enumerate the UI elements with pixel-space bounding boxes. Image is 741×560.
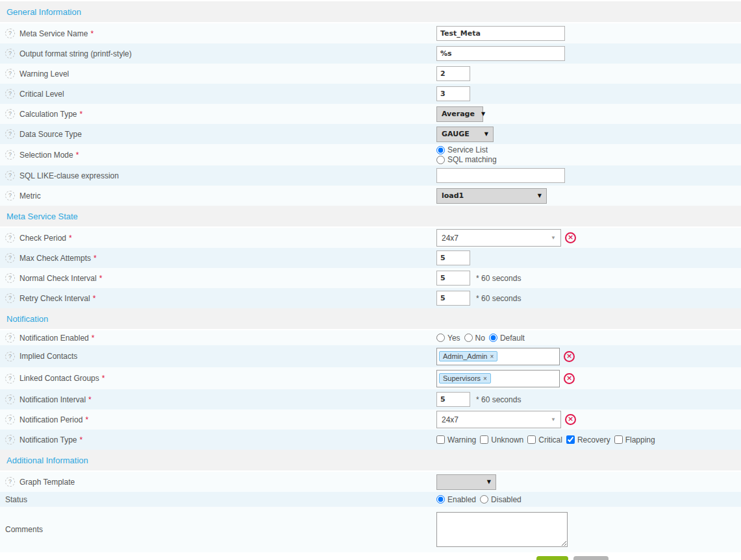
help-icon[interactable]: ? — [5, 352, 15, 361]
required-asterisk: * — [88, 395, 92, 404]
help-icon[interactable]: ? — [5, 395, 15, 404]
tag-remove-icon[interactable]: × — [490, 353, 494, 360]
status-radio-enabled[interactable] — [436, 495, 445, 504]
calculation-type-select[interactable]: Average▼ — [436, 106, 483, 122]
required-asterisk: * — [102, 374, 105, 383]
linked-contact-groups-tags-input[interactable]: Supervisors× — [436, 370, 560, 387]
status-option-enabled[interactable]: Enabled — [436, 495, 476, 504]
clear-selection-icon[interactable]: × — [565, 414, 576, 425]
field-label-cell: ?Meta Service Name* — [0, 29, 436, 38]
clear-selection-icon[interactable]: × — [564, 373, 575, 384]
dropdown-arrow-icon: ▼ — [484, 131, 488, 137]
comments-textarea[interactable] — [436, 512, 568, 547]
notification-type-option-warning[interactable]: Warning — [436, 435, 476, 444]
notification-type-option-recovery[interactable]: Recovery — [566, 435, 610, 444]
status-option-label: Disabled — [491, 495, 521, 504]
option-group-status: EnabledDisabled — [436, 495, 741, 504]
help-icon[interactable]: ? — [5, 253, 15, 263]
help-icon[interactable]: ? — [5, 49, 15, 58]
notification-enabled-radio-default[interactable] — [489, 334, 497, 342]
clear-selection-icon[interactable]: × — [565, 232, 576, 243]
help-icon[interactable]: ? — [5, 477, 15, 487]
help-icon[interactable]: ? — [5, 273, 15, 283]
help-icon[interactable]: ? — [5, 293, 15, 303]
field-control-cell — [436, 26, 741, 41]
required-asterisk: * — [80, 435, 83, 444]
sql-like-clause-expression-input[interactable] — [436, 168, 565, 183]
form-row-calculation-type: ?Calculation Type*Average▼ — [0, 104, 741, 124]
help-icon[interactable]: ? — [5, 233, 15, 243]
help-icon[interactable]: ? — [5, 333, 15, 343]
selection-mode-radio-service-list[interactable] — [436, 146, 445, 154]
clear-selection-icon[interactable]: × — [564, 351, 575, 362]
help-icon[interactable]: ? — [5, 69, 15, 79]
help-icon[interactable]: ? — [5, 129, 15, 139]
notification-enabled-radio-no[interactable] — [464, 334, 473, 342]
notification-period-select[interactable]: 24x7▼ — [436, 411, 561, 428]
implied-contacts-tags-input[interactable]: Admin_Admin× — [436, 348, 560, 365]
save-button[interactable]: Save — [536, 556, 568, 560]
warning-level-input[interactable] — [436, 66, 470, 81]
data-source-type-select[interactable]: GAUGE▼ — [436, 127, 494, 142]
required-asterisk: * — [80, 110, 83, 119]
field-label: Graph Template — [19, 478, 75, 487]
retry-check-interval-input[interactable] — [436, 291, 470, 306]
help-icon[interactable]: ? — [5, 109, 15, 119]
tag: Supervisors× — [439, 373, 491, 383]
help-icon[interactable]: ? — [5, 435, 15, 444]
tag-remove-icon[interactable]: × — [483, 375, 487, 382]
max-check-attempts-input[interactable] — [436, 250, 470, 265]
field-label: Data Source Type — [19, 130, 82, 139]
option-group-selection-mode: Service ListSQL matching — [436, 144, 497, 165]
status-option-disabled[interactable]: Disabled — [480, 495, 521, 504]
notification-type-checkbox-flapping[interactable] — [614, 435, 623, 444]
help-icon[interactable]: ? — [5, 191, 15, 201]
help-icon[interactable]: ? — [5, 29, 15, 38]
critical-level-input[interactable] — [436, 86, 470, 101]
selection-mode-option-service-list[interactable]: Service List — [436, 145, 497, 154]
form-row-implied-contacts: ?Implied ContactsAdmin_Admin×× — [0, 345, 741, 367]
notification-type-checkbox-unknown[interactable] — [480, 435, 488, 444]
notification-type-option-critical[interactable]: Critical — [527, 435, 562, 444]
metric-select-value: load1 — [442, 191, 464, 200]
tag-label: Admin_Admin — [443, 352, 487, 360]
metric-select[interactable]: load1▼ — [436, 188, 547, 204]
field-label-cell: ?Metric — [0, 191, 436, 201]
status-radio-disabled[interactable] — [480, 495, 488, 504]
field-label-cell: Status — [0, 495, 436, 504]
field-label: Meta Service Name — [19, 29, 88, 38]
selection-mode-radio-sql-matching[interactable] — [436, 156, 445, 164]
normal-check-interval-input[interactable] — [436, 271, 470, 286]
field-label-cell: ?Implied Contacts — [0, 352, 436, 361]
notification-type-checkbox-recovery[interactable] — [566, 435, 575, 444]
help-icon[interactable]: ? — [5, 171, 15, 180]
help-icon[interactable]: ? — [5, 374, 15, 383]
field-label-cell: ?Selection Mode* — [0, 150, 436, 160]
notification-type-option-unknown[interactable]: Unknown — [480, 435, 523, 444]
output-format-string-printf-style-input[interactable] — [436, 46, 565, 61]
meta-service-name-input[interactable] — [436, 26, 565, 41]
notification-enabled-option-default[interactable]: Default — [489, 334, 525, 343]
notification-enabled-option-no[interactable]: No — [464, 334, 485, 343]
check-period-select[interactable]: 24x7▼ — [436, 229, 561, 247]
option-group-notification-type: WarningUnknownCriticalRecoveryFlapping — [436, 435, 741, 444]
notification-type-option-flapping[interactable]: Flapping — [614, 435, 655, 444]
help-icon[interactable]: ? — [5, 89, 15, 99]
form-row-retry-check-interval: ?Retry Check Interval** 60 seconds — [0, 288, 741, 308]
graph-template-select[interactable]: ▼ — [436, 474, 496, 490]
notification-enabled-radio-yes[interactable] — [436, 334, 445, 342]
help-icon[interactable]: ? — [5, 150, 15, 160]
reset-button[interactable]: Reset — [573, 556, 608, 560]
form-row-status: StatusEnabledDisabled — [0, 492, 741, 507]
field-label: SQL LIKE-clause expression — [19, 171, 119, 180]
help-icon[interactable]: ? — [5, 415, 15, 424]
field-label-cell: ?Notification Period* — [0, 415, 436, 424]
field-label: Implied Contacts — [19, 352, 77, 361]
selection-mode-option-sql-matching[interactable]: SQL matching — [436, 155, 497, 164]
notification-enabled-option-yes[interactable]: Yes — [436, 334, 460, 343]
notification-type-checkbox-critical[interactable] — [527, 435, 536, 444]
notification-interval-input[interactable] — [436, 392, 470, 407]
field-label: Normal Check Interval — [19, 274, 97, 283]
form-row-sql-like-clause-expression: ?SQL LIKE-clause expression — [0, 165, 741, 186]
notification-type-checkbox-warning[interactable] — [436, 435, 445, 444]
